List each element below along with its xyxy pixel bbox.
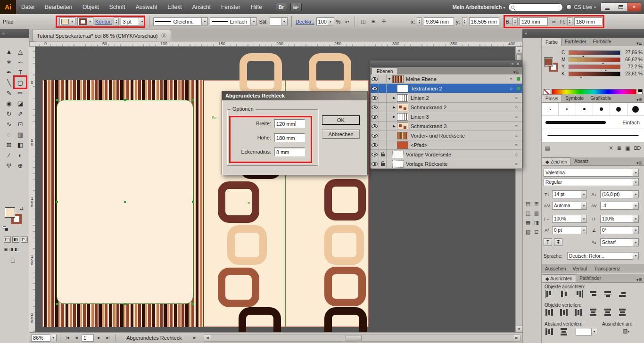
magic-wand-tool[interactable]: ∗ (3, 57, 15, 67)
menu-hilfe[interactable]: Hilfe (246, 0, 267, 14)
tab-ausrichten[interactable]: ◆ Ausrichten (542, 274, 576, 282)
pencil-tool[interactable]: ✏ (15, 88, 26, 98)
tab-verlauf[interactable]: Verlauf (569, 265, 590, 273)
basic-brush-stroke-icon[interactable] (545, 121, 606, 124)
vertical-scale-dropdown[interactable]: 100%▾ (600, 215, 639, 223)
lock-toggle[interactable] (379, 103, 387, 112)
target-circle-icon[interactable]: ○ (512, 105, 520, 110)
dialog-title[interactable]: Abgerundetes Rechteck (222, 91, 367, 100)
menu-bearbeiten[interactable]: Bearbeiten (40, 0, 77, 14)
x-stepper[interactable]: ▲▼ (417, 17, 422, 25)
collapsed-panel-icon[interactable]: ▦ (524, 218, 532, 227)
pattern-square[interactable] (239, 53, 282, 97)
draw-normal-icon[interactable]: ▣ (4, 247, 8, 252)
lock-toggle[interactable] (379, 93, 387, 102)
search-input[interactable] (508, 3, 563, 11)
layer-row[interactable]: <Pfad>○ (371, 140, 522, 150)
scale-tool[interactable]: ⇗ (15, 108, 26, 119)
direct-selection-tool[interactable]: △ (15, 46, 26, 57)
calligraphic-brush[interactable] (627, 103, 644, 115)
tab-pathfinder[interactable]: Pathfinder (576, 274, 604, 282)
horizontal-scrollbar[interactable]: ◀ ▶ (204, 335, 520, 342)
pattern-square[interactable] (324, 179, 366, 220)
anchor-point[interactable] (192, 303, 194, 305)
collapsed-panel-icon[interactable]: ▥ (532, 208, 541, 218)
pattern-square[interactable] (324, 267, 366, 306)
tab-zeichen[interactable]: ◆ Zeichen (542, 157, 571, 165)
cancel-button[interactable]: Abbrechen (322, 130, 360, 139)
collapse-dock-icon[interactable]: « (525, 31, 527, 36)
x-field[interactable]: 9,894 mm (424, 17, 454, 25)
panel-menu-icon[interactable]: ▾≣ (634, 161, 644, 165)
next-page-icon[interactable]: ▶ (95, 335, 103, 342)
close-panel-icon[interactable]: ✕ (516, 62, 520, 66)
expander-icon[interactable]: ▶ (391, 96, 397, 100)
channel-slider[interactable]: ▲ (569, 50, 620, 55)
menu-ansicht[interactable]: Ansicht (187, 0, 216, 14)
anchor-point[interactable] (192, 201, 194, 203)
horizontal-ruler[interactable]: 050100150200250300350400 (35, 41, 522, 47)
calligraphic-brush[interactable] (559, 103, 576, 115)
layer-row[interactable]: ▶Schmuckrand 3○ (371, 122, 522, 131)
slider-thumb-icon[interactable]: ▲ (579, 76, 582, 79)
panel-menu-icon[interactable]: ▾≣ (634, 41, 644, 46)
horizontal-space-button[interactable] (560, 327, 568, 336)
minimize-button[interactable] (601, 3, 614, 11)
scroll-down-icon[interactable]: ▼ (516, 325, 522, 332)
tracking-dropdown[interactable]: -4▾ (600, 202, 639, 210)
anchor-point[interactable] (56, 201, 58, 203)
target-circle-icon[interactable]: ○ (512, 123, 520, 129)
expander-icon[interactable]: ▼ (387, 77, 392, 81)
distribute-top-button[interactable] (545, 309, 554, 316)
bridge-button[interactable]: Br (276, 3, 287, 11)
visibility-toggle[interactable] (371, 74, 379, 83)
tab-transparenz[interactable]: Transparenz (591, 265, 624, 273)
mesh-tool[interactable]: ⊞ (3, 139, 15, 150)
layer-row[interactable]: ▶Linien 2○ (371, 93, 522, 103)
visibility-toggle[interactable] (371, 159, 379, 168)
pen-tool[interactable]: ✒ (3, 67, 15, 77)
basic-brush-label[interactable]: Einfach (622, 120, 644, 125)
pattern-square[interactable] (227, 225, 267, 265)
width-input[interactable]: 120 mm (274, 119, 305, 128)
fill-proxy-icon[interactable] (5, 207, 15, 218)
tab-symbole[interactable]: Symbole (562, 94, 587, 102)
width-tool[interactable]: ∿ (3, 119, 15, 129)
target-circle-icon[interactable]: ○ (507, 86, 515, 91)
symbol-sprayer-tool[interactable]: ◌ (3, 129, 15, 139)
collapsed-panel-icon[interactable]: ▤ (524, 199, 532, 208)
style-dropdown[interactable]: ▾ (270, 17, 288, 25)
visibility-toggle[interactable] (371, 122, 379, 131)
blend-tool[interactable]: ◐ (15, 150, 26, 160)
font-family-dropdown[interactable]: Valentina▾ (544, 169, 639, 177)
zoom-tool[interactable]: ⊕ (15, 160, 26, 171)
blob-brush-tool[interactable]: ◉ (3, 98, 15, 108)
transform-grid-icon[interactable]: ⊞ (369, 17, 378, 25)
type-tool[interactable]: T (15, 67, 26, 77)
lock-toggle[interactable] (379, 74, 387, 83)
target-circle-icon[interactable]: ○ (512, 114, 520, 119)
layer-row[interactable]: ▶Linien 3○ (371, 112, 522, 122)
screen-mode-button[interactable]: ▢ (10, 257, 15, 263)
free-transform-tool[interactable]: ⊡ (15, 119, 26, 129)
channel-slider[interactable]: ▲ (569, 72, 620, 76)
last-page-icon[interactable]: ▶| (104, 335, 112, 342)
vertical-ruler[interactable]: 050100150200 (29, 47, 35, 332)
collapsed-panel-icon[interactable]: ⊡ (532, 227, 541, 237)
center-point[interactable] (124, 201, 126, 203)
target-circle-icon[interactable]: ○ (512, 161, 520, 166)
close-button[interactable]: ✕ (627, 3, 641, 11)
distribute-bottom-button[interactable] (574, 309, 583, 316)
lock-toggle[interactable] (379, 159, 387, 168)
layer-row[interactable]: Vorder- und Rueckseite○ (371, 131, 522, 140)
visibility-toggle[interactable] (371, 112, 379, 121)
font-style-dropdown[interactable]: Regular▾ (544, 178, 639, 186)
opacity-mask-icon[interactable]: ◑▾ (342, 17, 351, 25)
pattern-square[interactable] (309, 53, 351, 97)
tab-farbfelder[interactable]: Farbfelder (561, 38, 590, 46)
tapered-brush-stroke-icon[interactable] (547, 135, 639, 136)
distribute-left-button[interactable] (589, 308, 597, 317)
collapsed-panel-icon[interactable]: ◫ (524, 208, 532, 218)
panel-menu-icon[interactable]: ▾≣ (634, 98, 644, 102)
visibility-toggle[interactable] (371, 150, 379, 159)
